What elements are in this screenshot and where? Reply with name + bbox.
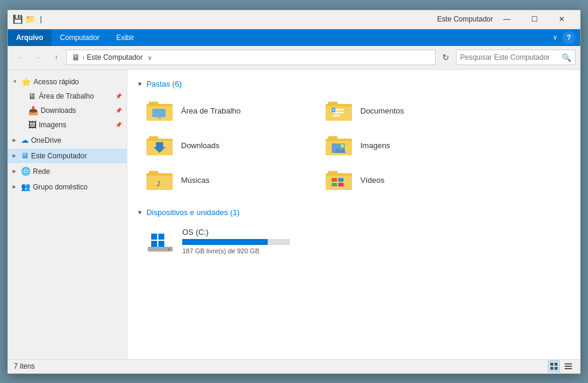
folder-item-documentos[interactable]: A Documentos: [321, 96, 488, 127]
svg-rect-36: [151, 241, 157, 247]
file-explorer-window: 💾 📁 | Este Computador — ☐ ✕ Arquivo Comp…: [7, 10, 581, 374]
svg-rect-10: [333, 115, 340, 117]
menu-arquivo[interactable]: Arquivo: [8, 29, 51, 46]
folder-item-imagens[interactable]: Imagens: [321, 130, 488, 161]
drive-svg-os-c: [146, 229, 175, 253]
view-list-button[interactable]: [562, 360, 574, 372]
svg-rect-31: [338, 178, 344, 182]
group-icon: 👥: [21, 182, 30, 191]
main-area: ▼ ⭐ Acesso rápido 🖥 Área de Trabalho 📌 📥…: [8, 70, 580, 359]
refresh-button[interactable]: ↻: [438, 50, 454, 65]
folder-icon-downloads: 📥: [28, 106, 38, 115]
view-grid-button[interactable]: [548, 360, 560, 372]
help-button[interactable]: ?: [562, 31, 575, 44]
expand-icon-este-computador: ▶: [13, 153, 19, 158]
expand-icon-rede: ▶: [13, 168, 19, 174]
minimize-button[interactable]: —: [493, 10, 520, 29]
sidebar-section-este-computador: ▶ 🖥 Este Computador: [8, 149, 127, 163]
dispositivos-title: Dispositivos e unidades (1): [146, 208, 240, 217]
search-input[interactable]: [460, 53, 559, 62]
svg-rect-15: [149, 136, 158, 141]
ribbon-chevron-icon[interactable]: ∨: [548, 33, 562, 41]
sidebar-item-imagens[interactable]: 🖼 Imagens 📌: [8, 118, 127, 132]
sidebar: ▼ ⭐ Acesso rápido 🖥 Área de Trabalho 📌 📥…: [8, 70, 127, 359]
expand-icon: ▼: [13, 79, 19, 84]
search-box[interactable]: 🔍: [456, 50, 575, 65]
sidebar-section-rede: ▶ 🌐 Rede: [8, 164, 127, 179]
sidebar-section-grupo-domestico: ▶ 👥 Grupo doméstico: [8, 180, 127, 194]
folder-thumb-videos: [326, 168, 354, 192]
svg-rect-25: [149, 171, 158, 176]
svg-point-39: [168, 248, 170, 250]
folder-thumb-area-trabalho: [146, 99, 175, 123]
section-chevron-pastas[interactable]: ▼: [137, 81, 143, 87]
section-chevron-dispositivos[interactable]: ▼: [137, 209, 143, 216]
qat-folder-icon[interactable]: 📁: [25, 14, 35, 24]
status-bar: 7 itens: [8, 359, 580, 373]
svg-text:♪: ♪: [156, 177, 161, 189]
menu-bar-right: ∨ ?: [548, 29, 580, 46]
svg-rect-35: [158, 234, 164, 240]
forward-button[interactable]: →: [30, 50, 46, 65]
pin-icon-imagens: 📌: [115, 122, 122, 128]
path-separator: ›: [82, 54, 84, 61]
sidebar-item-acesso-rapido[interactable]: ▼ ⭐ Acesso rápido: [8, 75, 127, 89]
drive-item-os-c[interactable]: OS (C:) 187 GB livre(s) de 920 GB: [142, 224, 571, 258]
svg-rect-41: [555, 363, 558, 366]
folder-item-musicas[interactable]: ♪ Músicas: [142, 165, 309, 196]
svg-rect-32: [332, 183, 337, 186]
svg-rect-7: [328, 102, 338, 106]
svg-rect-34: [151, 234, 157, 240]
sidebar-item-grupo-domestico[interactable]: ▶ 👥 Grupo doméstico: [8, 180, 127, 194]
folder-item-area-trabalho[interactable]: Área de Trabalho: [142, 96, 309, 127]
pastas-section-header: ▼ Pastas (6): [137, 79, 571, 88]
svg-text:A: A: [332, 108, 335, 112]
sidebar-label-grupo-domestico: Grupo doméstico: [33, 183, 87, 191]
path-folder-icon: 🖥: [72, 53, 80, 62]
svg-rect-45: [565, 366, 572, 367]
cloud-icon: ☁: [21, 136, 29, 145]
folders-grid: Área de Trabalho A Docum: [142, 96, 571, 196]
sidebar-item-onedrive[interactable]: ▶ ☁ OneDrive: [8, 133, 127, 148]
dispositivos-section-header: ▼ Dispositivos e unidades (1): [137, 208, 571, 217]
status-count: 7 itens: [14, 362, 35, 370]
menu-exibir[interactable]: Exibir: [108, 29, 142, 46]
up-button[interactable]: ↑: [48, 50, 64, 65]
back-button[interactable]: ←: [13, 50, 28, 65]
folder-name-area-trabalho: Área de Trabalho: [181, 106, 241, 115]
sidebar-item-downloads[interactable]: 📥 Downloads 📌: [8, 103, 127, 118]
svg-rect-29: [328, 171, 338, 176]
svg-rect-3: [152, 109, 166, 117]
svg-rect-40: [550, 363, 553, 366]
folder-name-videos: Vídeos: [360, 176, 384, 185]
sidebar-item-area-trabalho[interactable]: 🖥 Área de Trabalho 📌: [8, 89, 127, 103]
address-path[interactable]: 🖥 › Este Computador ∨: [66, 50, 436, 65]
sidebar-section-acesso-rapido: ▼ ⭐ Acesso rápido 🖥 Área de Trabalho 📌 📥…: [8, 75, 127, 132]
sidebar-section-onedrive: ▶ ☁ OneDrive: [8, 133, 127, 148]
title-bar: 💾 📁 | Este Computador — ☐ ✕: [8, 10, 580, 29]
drive-name-os-c: OS (C:): [182, 228, 290, 237]
close-button[interactable]: ✕: [548, 10, 575, 29]
address-dropdown-button[interactable]: ∨: [145, 52, 154, 63]
window-title: |: [40, 15, 437, 23]
network-icon: 🌐: [21, 167, 30, 176]
sidebar-item-este-computador[interactable]: ▶ 🖥 Este Computador: [8, 149, 127, 163]
svg-rect-37: [158, 241, 164, 247]
menu-computador[interactable]: Computador: [51, 29, 108, 46]
sidebar-label-onedrive: OneDrive: [31, 136, 62, 145]
svg-rect-2: [149, 102, 158, 106]
drive-bar-fill: [182, 239, 268, 245]
star-icon: ⭐: [21, 77, 31, 87]
svg-rect-33: [338, 183, 344, 186]
maximize-button[interactable]: ☐: [520, 10, 548, 29]
path-segment: Este Computador: [87, 53, 142, 62]
qat-save-icon[interactable]: 💾: [13, 14, 23, 24]
folder-item-videos[interactable]: Vídeos: [321, 165, 488, 196]
svg-rect-19: [328, 136, 338, 141]
sidebar-item-rede[interactable]: ▶ 🌐 Rede: [8, 164, 127, 179]
folder-item-downloads[interactable]: Downloads: [142, 130, 309, 161]
window-title-text: Este Computador: [437, 15, 493, 23]
folder-thumb-downloads: [146, 134, 175, 158]
address-bar: ← → ↑ 🖥 › Este Computador ∨ ↻ 🔍: [8, 46, 580, 70]
sidebar-label-acesso-rapido: Acesso rápido: [33, 78, 79, 86]
